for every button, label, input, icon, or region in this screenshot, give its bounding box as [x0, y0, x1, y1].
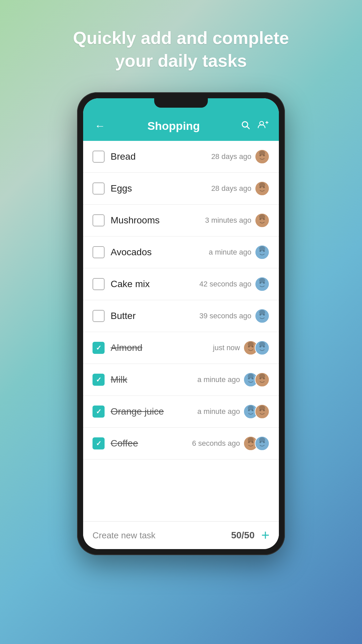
task-meta: 28 days ago [211, 149, 269, 164]
svg-point-36 [259, 342, 265, 347]
task-meta: a minute ago [209, 245, 269, 260]
task-time: a minute ago [209, 248, 251, 257]
avatar-group [243, 404, 269, 419]
task-item[interactable]: ✓Milka minute ago [83, 364, 279, 396]
task-checkbox[interactable] [93, 151, 105, 163]
svg-point-60 [259, 437, 265, 442]
back-button[interactable]: ← [93, 118, 107, 133]
task-meta: 42 seconds ago [199, 277, 269, 291]
task-checkbox[interactable] [93, 310, 105, 322]
task-item[interactable]: Butter39 seconds ago [83, 300, 279, 332]
task-meta: 39 seconds ago [199, 309, 269, 323]
phone-container: ← Shopping [77, 92, 285, 555]
phone-notch [154, 98, 208, 108]
add-task-button[interactable]: + [261, 528, 269, 542]
app-title: Shopping [113, 119, 234, 132]
svg-point-16 [259, 214, 265, 219]
svg-point-44 [259, 374, 265, 379]
headline-line2: your daily tasks [115, 51, 247, 70]
task-name: Almond [111, 342, 207, 353]
task-time: 28 days ago [211, 184, 251, 193]
svg-point-52 [259, 406, 265, 411]
task-checkbox[interactable] [93, 246, 105, 258]
svg-point-56 [248, 437, 254, 442]
avatar [255, 372, 269, 387]
avatar [255, 340, 269, 355]
svg-point-32 [248, 342, 254, 347]
task-count: 50/50 [231, 530, 254, 541]
footer-bar: Create new task 50/50 + [83, 521, 279, 549]
task-time: a minute ago [197, 375, 240, 384]
svg-point-40 [248, 374, 254, 379]
task-checkbox[interactable]: ✓ [93, 342, 105, 354]
task-name: Avocados [111, 247, 203, 258]
page-wrapper: Quickly add and complete your daily task… [0, 0, 362, 644]
task-time: 28 days ago [211, 152, 251, 161]
avatar [255, 213, 269, 228]
task-checkbox[interactable] [93, 214, 105, 226]
avatar-group [255, 149, 269, 164]
avatar-group [255, 181, 269, 196]
avatar [255, 277, 269, 291]
avatar [255, 245, 269, 260]
svg-line-1 [247, 126, 249, 128]
task-meta: 3 minutes ago [205, 213, 269, 228]
avatar-group [255, 309, 269, 323]
svg-point-20 [259, 246, 265, 251]
task-meta: 28 days ago [211, 181, 269, 196]
task-item[interactable]: Cake mix42 seconds ago [83, 268, 279, 300]
add-person-icon[interactable] [257, 120, 269, 132]
avatar [255, 309, 269, 323]
footer-right: 50/50 + [231, 528, 269, 542]
headline-line1: Quickly add and complete [73, 28, 289, 48]
task-item[interactable]: Mushrooms3 minutes ago [83, 205, 279, 236]
task-time: 39 seconds ago [199, 312, 251, 320]
task-checkbox[interactable]: ✓ [93, 374, 105, 386]
headline: Quickly add and complete your daily task… [40, 27, 322, 72]
task-meta: a minute ago [197, 372, 269, 387]
phone-screen: ← Shopping [83, 98, 279, 549]
task-checkbox[interactable] [93, 278, 105, 290]
phone-frame: ← Shopping [77, 92, 285, 555]
avatar-group [255, 277, 269, 291]
avatar-group [243, 340, 269, 355]
task-name: Eggs [111, 183, 205, 194]
task-name: Cake mix [111, 279, 193, 289]
task-item[interactable]: Eggs28 days ago [83, 173, 279, 205]
task-item[interactable]: ✓Orange juicea minute ago [83, 396, 279, 428]
task-name: Bread [111, 151, 205, 162]
avatar [255, 149, 269, 164]
svg-point-12 [259, 182, 265, 187]
avatar-group [243, 436, 269, 451]
task-name: Milk [111, 374, 191, 385]
task-meta: 6 seconds ago [192, 436, 269, 451]
task-checkbox[interactable]: ✓ [93, 406, 105, 418]
avatar-group [243, 372, 269, 387]
svg-point-28 [259, 310, 265, 315]
task-time: 3 minutes ago [205, 216, 251, 225]
task-item[interactable]: ✓Almondjust now [83, 332, 279, 364]
avatar-group [255, 213, 269, 228]
task-time: a minute ago [197, 407, 240, 416]
task-time: 42 seconds ago [199, 280, 251, 288]
task-name: Butter [111, 311, 193, 321]
task-meta: a minute ago [197, 404, 269, 419]
task-name: Mushrooms [111, 215, 199, 226]
task-checkbox[interactable]: ✓ [93, 437, 105, 449]
svg-point-24 [259, 278, 265, 283]
header-actions [241, 120, 269, 132]
task-item[interactable]: Bread28 days ago [83, 141, 279, 173]
create-task-label[interactable]: Create new task [93, 530, 156, 541]
task-item[interactable]: ✓Coffee6 seconds ago [83, 428, 279, 460]
avatar [255, 181, 269, 196]
avatar [255, 404, 269, 419]
task-item[interactable]: Avocadosa minute ago [83, 236, 279, 268]
task-checkbox[interactable] [93, 182, 105, 195]
svg-point-8 [259, 151, 265, 156]
search-icon[interactable] [241, 120, 250, 132]
avatar-group [255, 245, 269, 260]
task-list: Bread28 days ago Eggs28 days ago Mushroo… [83, 141, 279, 521]
task-time: 6 seconds ago [192, 439, 240, 448]
avatar [255, 436, 269, 451]
svg-point-48 [248, 406, 254, 411]
